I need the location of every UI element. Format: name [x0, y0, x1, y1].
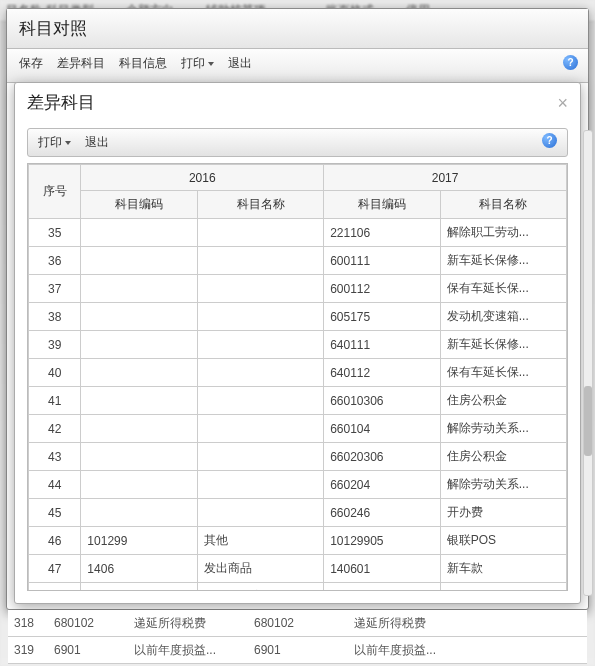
- cell-name1: [197, 247, 323, 275]
- table-row[interactable]: 37600112保有车延长保...: [29, 275, 567, 303]
- subject-info-button[interactable]: 科目信息: [119, 55, 167, 72]
- cell-seq: 35: [29, 219, 81, 247]
- bg-cell: 以前年度损益...: [128, 642, 248, 659]
- cell-name2: 解除劳动关系...: [440, 415, 566, 443]
- cell-seq: 36: [29, 247, 81, 275]
- cell-name1: 经营租赁方式...: [197, 583, 323, 592]
- table-row[interactable]: 46101299其他10129905银联POS: [29, 527, 567, 555]
- diff-subject-dialog: 差异科目 × 打印 退出 ? 序号 2016 2017 科目编码 科目名称: [14, 82, 581, 604]
- bg-cell: 递延所得税费: [128, 615, 248, 632]
- table-row[interactable]: 4366020306住房公积金: [29, 443, 567, 471]
- help-icon[interactable]: ?: [563, 55, 578, 70]
- cell-name2: 新车延长保修...: [440, 331, 566, 359]
- table-row[interactable]: 38605175发动机变速箱...: [29, 303, 567, 331]
- table-row[interactable]: 36600111新车延长保修...: [29, 247, 567, 275]
- scrollbar-track[interactable]: [583, 130, 593, 596]
- bg-cell: 680102: [248, 616, 348, 630]
- cell-name1: 发出商品: [197, 555, 323, 583]
- cell-name2: 银联POS: [440, 527, 566, 555]
- cell-code2: 140601: [324, 555, 441, 583]
- col-header-seq[interactable]: 序号: [29, 165, 81, 219]
- outer-dialog-title: 科目对照: [7, 9, 588, 49]
- save-button[interactable]: 保存: [19, 55, 43, 72]
- caret-down-icon: [65, 141, 71, 145]
- cell-seq: 40: [29, 359, 81, 387]
- bg-cell: 以前年度损益...: [348, 642, 468, 659]
- cell-code2: 10129905: [324, 527, 441, 555]
- cell-seq: 48: [29, 583, 81, 592]
- cell-code1: [81, 387, 198, 415]
- table-row[interactable]: 42660104解除劳动关系...: [29, 415, 567, 443]
- cell-code1: 101299: [81, 527, 198, 555]
- table-row[interactable]: 44660204解除劳动关系...: [29, 471, 567, 499]
- cell-name2: 保有车延长保...: [440, 275, 566, 303]
- inner-dialog-title: 差异科目: [27, 91, 95, 114]
- col-header-name2[interactable]: 科目名称: [440, 191, 566, 219]
- inner-exit-button[interactable]: 退出: [85, 134, 109, 151]
- cell-code2: 600112: [324, 275, 441, 303]
- help-icon[interactable]: ?: [542, 133, 557, 148]
- cell-seq: 41: [29, 387, 81, 415]
- cell-name2: 解除职工劳动...: [440, 219, 566, 247]
- table-row[interactable]: 45660246开办费: [29, 499, 567, 527]
- cell-seq: 44: [29, 471, 81, 499]
- table-row[interactable]: 39640111新车延长保修...: [29, 331, 567, 359]
- cell-name2: 发动机变速箱...: [440, 303, 566, 331]
- col-header-name1[interactable]: 科目名称: [197, 191, 323, 219]
- cell-code1: [81, 415, 198, 443]
- inner-print-button[interactable]: 打印: [38, 134, 71, 151]
- diff-subject-button[interactable]: 差异科目: [57, 55, 105, 72]
- cell-name1: [197, 303, 323, 331]
- background-rows: 318 680102 递延所得税费 680102 递延所得税费 319 6901…: [8, 610, 587, 664]
- diff-table-wrap: 序号 2016 2017 科目编码 科目名称 科目编码 科目名称 3522110…: [27, 163, 568, 591]
- cell-code1: [81, 331, 198, 359]
- table-row[interactable]: 471406发出商品140601新车款: [29, 555, 567, 583]
- cell-code1: [81, 471, 198, 499]
- cell-code2: 660246: [324, 499, 441, 527]
- cell-code1: [81, 247, 198, 275]
- cell-code1: 180101: [81, 583, 198, 592]
- cell-seq: 47: [29, 555, 81, 583]
- cell-name2: 住房公积金: [440, 387, 566, 415]
- col-header-year2[interactable]: 2017: [324, 165, 567, 191]
- cell-name2: 住房公积金: [440, 443, 566, 471]
- cell-code2: 66020306: [324, 443, 441, 471]
- cell-seq: 37: [29, 275, 81, 303]
- cell-code2: 605175: [324, 303, 441, 331]
- scrollbar-thumb[interactable]: [584, 386, 592, 456]
- inner-toolbar: 打印 退出 ?: [27, 128, 568, 157]
- cell-name1: [197, 415, 323, 443]
- cell-name1: [197, 443, 323, 471]
- col-header-code1[interactable]: 科目编码: [81, 191, 198, 219]
- cell-code1: [81, 359, 198, 387]
- print-label: 打印: [181, 55, 205, 72]
- exit-button[interactable]: 退出: [228, 55, 252, 72]
- cell-name2: 不动产经营租赁: [440, 583, 566, 592]
- table-row[interactable]: 4166010306住房公积金: [29, 387, 567, 415]
- cell-code2: 600111: [324, 247, 441, 275]
- close-icon[interactable]: ×: [557, 94, 568, 112]
- cell-code2: 18010101: [324, 583, 441, 592]
- table-body: 35221106解除职工劳动...36600111新车延长保修...376001…: [29, 219, 567, 592]
- col-header-code2[interactable]: 科目编码: [324, 191, 441, 219]
- bg-cell: 319: [8, 643, 48, 657]
- cell-name2: 新车款: [440, 555, 566, 583]
- print-label: 打印: [38, 134, 62, 151]
- cell-code1: [81, 303, 198, 331]
- cell-name2: 解除劳动关系...: [440, 471, 566, 499]
- print-button[interactable]: 打印: [181, 55, 214, 72]
- bg-cell: 递延所得税费: [348, 615, 468, 632]
- cell-code1: [81, 219, 198, 247]
- table-row[interactable]: 48180101经营租赁方式...18010101不动产经营租赁: [29, 583, 567, 592]
- cell-seq: 42: [29, 415, 81, 443]
- cell-name1: [197, 331, 323, 359]
- outer-toolbar: 保存 差异科目 科目信息 打印 退出 ?: [7, 49, 588, 83]
- cell-code1: [81, 499, 198, 527]
- cell-code2: 660104: [324, 415, 441, 443]
- cell-seq: 43: [29, 443, 81, 471]
- table-row[interactable]: 40640112保有车延长保...: [29, 359, 567, 387]
- col-header-year1[interactable]: 2016: [81, 165, 324, 191]
- caret-down-icon: [208, 62, 214, 66]
- table-row[interactable]: 35221106解除职工劳动...: [29, 219, 567, 247]
- cell-code2: 640111: [324, 331, 441, 359]
